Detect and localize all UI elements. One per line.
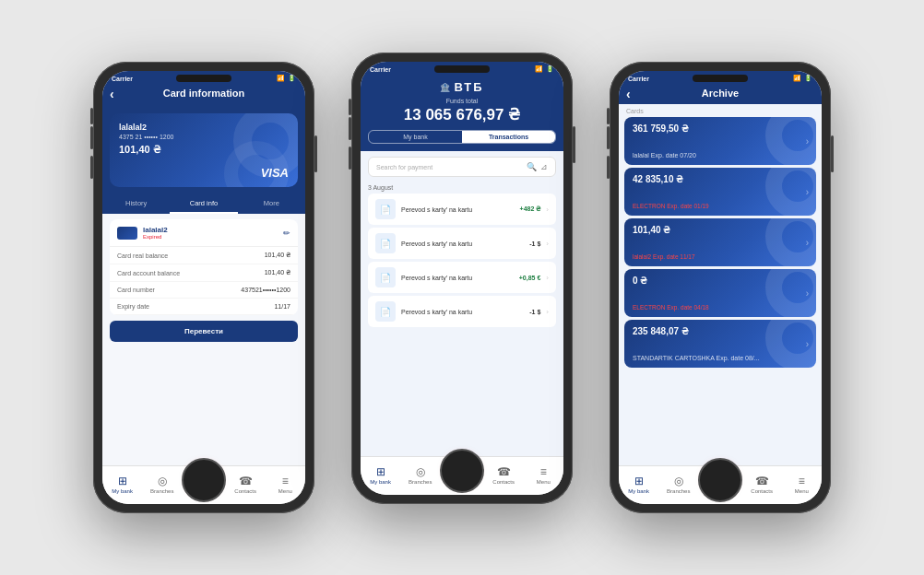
bottom-nav-branches-p1[interactable]: ◎ Branches: [148, 475, 176, 494]
pay-label-p3: Pay: [716, 493, 725, 499]
menu-label-p2: Menu: [537, 479, 551, 485]
archive-body: Cards 361 759,50 ₴ lalalal Exp. date 07/…: [619, 104, 822, 465]
menu-label-p1: Menu: [278, 488, 292, 494]
info-label-2: Card number: [117, 287, 155, 293]
transaction-item-0[interactable]: 📄 Perevod s karty' na kartu +482 ₴ ›: [368, 194, 556, 225]
pay-fab-p1[interactable]: 💳: [188, 461, 219, 492]
pay-fab-p2[interactable]: 💳: [446, 452, 478, 483]
card-number: 4375 21 •••••• 1200: [119, 134, 289, 140]
info-row-2: Card number 437521••••••1200: [110, 282, 298, 299]
mybank-icon-p1: ⊞: [118, 475, 127, 487]
branches-icon-p2: ◎: [416, 465, 425, 478]
mybank-label-p2: My bank: [370, 479, 391, 485]
menu-icon-p3: ≡: [799, 475, 805, 487]
contacts-icon-p3: ☎: [755, 475, 769, 487]
carrier-phone2: Carrier: [370, 66, 391, 73]
search-icons: 🔍 ⊿: [527, 162, 548, 171]
bottom-nav-p3: ⊞ My bank ◎ Branches 💳 Pay ☎ Contacts ≡ …: [619, 465, 822, 504]
carrier-phone1: Carrier: [112, 76, 133, 82]
search-bar[interactable]: Search for payment 🔍 ⊿: [368, 157, 556, 177]
tab-card-info[interactable]: Card info: [170, 194, 237, 214]
bottom-nav-mybank-p2[interactable]: ⊞ My bank: [367, 465, 395, 485]
archive-card-3[interactable]: 0 ₴ ELECTRON Exp. date 04/18 ›: [624, 269, 816, 317]
tx-amount-3: -1 $: [529, 309, 540, 315]
archive-card-0[interactable]: 361 759,50 ₴ lalalal Exp. date 07/20 ›: [624, 117, 816, 165]
back-button-p3[interactable]: ‹: [626, 87, 631, 101]
owner-details: lalalal2 Expired: [143, 226, 168, 240]
battery-icon-p3: 🔋: [804, 75, 812, 82]
pay-label-p1: Pay: [199, 493, 208, 499]
tx-desc-3: Perevod s karty' na kartu: [401, 309, 524, 315]
toggle-transactions[interactable]: Transactions: [462, 131, 555, 143]
archive-chevron-0: ›: [806, 136, 809, 147]
mybank-label-p3: My bank: [628, 488, 649, 494]
transaction-item-2[interactable]: 📄 Perevod s karty' na kartu +0,85 € ›: [368, 262, 556, 293]
status-bar-phone3: Carrier 7:00 PM 📶 🔋: [619, 71, 822, 84]
tx-amount-2: +0,85 €: [519, 275, 541, 281]
status-icons-phone2: 📶 🔋: [535, 65, 554, 73]
card-owner-section: lalalal2 Expired ✏ Card real balance 101…: [110, 219, 298, 315]
pay-fab-p3[interactable]: 💳: [705, 461, 736, 492]
battery-icon-p2: 🔋: [546, 65, 554, 73]
card-visual: lalalal2 4375 21 •••••• 1200 101,40 ₴ VI…: [110, 113, 298, 187]
bottom-nav-p1: ⊞ My bank ◎ Branches 💳 Pay ☎ Contacts ≡ …: [102, 465, 305, 504]
toggle-mybank[interactable]: My bank: [369, 131, 462, 143]
card-brand: VISA: [261, 166, 289, 180]
menu-icon-p2: ≡: [540, 465, 547, 478]
bottom-nav-pay-p2[interactable]: 💳 Pay: [446, 461, 478, 489]
info-value-3: 11/17: [274, 303, 290, 310]
bottom-nav-branches-p3[interactable]: ◎ Branches: [665, 475, 693, 494]
chevron-3: ›: [546, 308, 549, 316]
bottom-nav-mybank-p3[interactable]: ⊞ My bank: [625, 475, 653, 494]
time-phone2: 6:59 PM: [451, 66, 475, 73]
bottom-nav-menu-p2[interactable]: ≡ Menu: [529, 465, 557, 485]
archive-card-2[interactable]: 101,40 ₴ lalalal2 Exp. date 11/17 ›: [624, 218, 816, 266]
date-group-label: 3 August: [361, 182, 563, 194]
mybank-label-p1: My bank: [112, 488, 133, 494]
tx-icon-3: 📄: [375, 301, 396, 322]
tx-icon-0: 📄: [375, 199, 396, 219]
vtb-logo: 🏦 ВТБ: [368, 80, 556, 94]
vtb-logo-text: ВТБ: [454, 80, 483, 94]
funds-label: Funds total: [368, 98, 556, 104]
owner-status: Expired: [143, 234, 168, 240]
search-icon[interactable]: 🔍: [527, 162, 537, 171]
transaction-item-3[interactable]: 📄 Perevod s karty' na kartu -1 $ ›: [368, 296, 556, 327]
bottom-nav-menu-p3[interactable]: ≡ Menu: [788, 475, 815, 494]
card-owner-row: lalalal2 Expired ✏: [110, 219, 298, 247]
back-button-p1[interactable]: ‹: [110, 87, 114, 101]
search-placeholder: Search for payment: [376, 164, 432, 170]
archive-card-4[interactable]: 235 848,07 ₴ STANDARTIK CARTOSHKA Exp. d…: [624, 320, 816, 368]
bottom-nav-mybank-p1[interactable]: ⊞ My bank: [109, 475, 136, 494]
transaction-item-1[interactable]: 📄 Perevod s karty' na kartu -1 $ ›: [368, 228, 556, 259]
tab-more[interactable]: More: [238, 194, 305, 214]
info-row-3: Expiry date 11/17: [110, 299, 298, 315]
bottom-nav-menu-p1[interactable]: ≡ Menu: [271, 475, 299, 494]
page-title-p1: Card information: [163, 88, 245, 99]
bottom-nav-contacts-p3[interactable]: ☎ Contacts: [748, 475, 776, 494]
card-icon: [117, 227, 137, 240]
bottom-nav-pay-p1[interactable]: 💳 Pay: [188, 470, 219, 499]
bottom-nav-pay-p3[interactable]: 💳 Pay: [705, 470, 736, 499]
bottom-nav-contacts-p1[interactable]: ☎ Contacts: [231, 475, 259, 494]
card-info-body: lalalal2 Expired ✏ Card real balance 101…: [102, 214, 305, 465]
owner-name: lalalal2: [143, 226, 168, 234]
tab-history[interactable]: History: [102, 194, 170, 214]
info-label-0: Card real balance: [117, 252, 168, 259]
pay-label-p2: Pay: [457, 484, 467, 489]
contacts-icon-p2: ☎: [497, 465, 511, 478]
transactions-body: Search for payment 🔍 ⊿ 3 August 📄 Perevo…: [361, 151, 563, 456]
branches-label-p3: Branches: [667, 488, 690, 494]
contacts-icon-p1: ☎: [239, 475, 253, 487]
filter-icon[interactable]: ⊿: [540, 162, 548, 171]
carrier-phone3: Carrier: [628, 76, 649, 82]
page-title-p3: Archive: [702, 88, 739, 99]
tx-desc-1: Perevod s karty' na kartu: [401, 241, 524, 247]
edit-icon[interactable]: ✏: [283, 229, 290, 238]
bottom-nav-branches-p2[interactable]: ◎ Branches: [407, 465, 434, 485]
bottom-nav-contacts-p2[interactable]: ☎ Contacts: [490, 465, 517, 485]
archive-card-1[interactable]: 42 835,10 ₴ ELECTRON Exp. date 01/19 ›: [624, 168, 816, 216]
info-value-2: 437521••••••1200: [241, 287, 290, 293]
transfer-button[interactable]: Перевести: [110, 321, 298, 342]
battery-icon-p1: 🔋: [288, 75, 296, 82]
